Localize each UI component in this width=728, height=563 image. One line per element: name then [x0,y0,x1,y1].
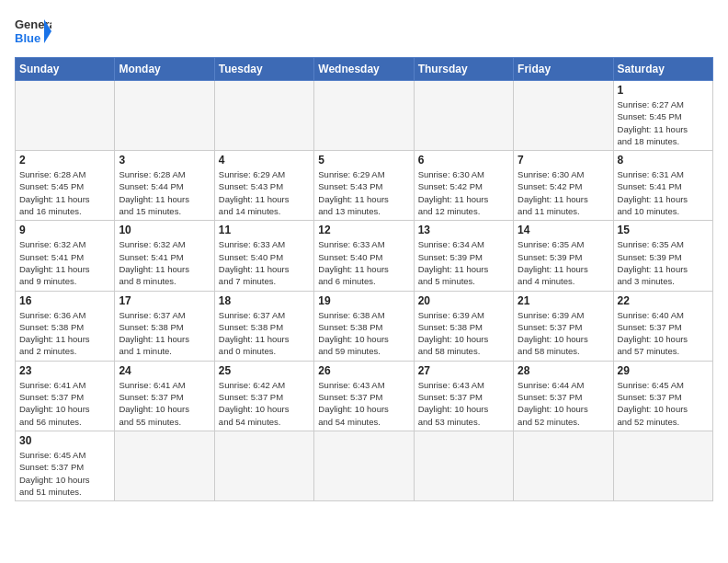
calendar-cell: 22Sunrise: 6:40 AM Sunset: 5:37 PM Dayli… [613,291,712,361]
day-number: 24 [119,364,210,377]
day-info: Sunrise: 6:43 AM Sunset: 5:37 PM Dayligh… [318,379,409,428]
day-info: Sunrise: 6:38 AM Sunset: 5:38 PM Dayligh… [318,309,409,358]
calendar-cell: 4Sunrise: 6:29 AM Sunset: 5:43 PM Daylig… [214,151,313,221]
day-number: 9 [19,224,110,236]
day-info: Sunrise: 6:44 AM Sunset: 5:37 PM Dayligh… [518,379,609,428]
day-info: Sunrise: 6:27 AM Sunset: 5:45 PM Dayligh… [618,98,709,147]
day-number: 22 [618,294,709,307]
calendar: SundayMondayTuesdayWednesdayThursdayFrid… [15,57,713,501]
calendar-cell [16,81,115,151]
day-number: 8 [618,154,709,167]
calendar-cell: 18Sunrise: 6:37 AM Sunset: 5:38 PM Dayli… [214,291,313,361]
day-info: Sunrise: 6:36 AM Sunset: 5:38 PM Dayligh… [19,309,110,358]
calendar-cell [214,81,313,151]
day-number: 11 [219,224,310,236]
calendar-cell: 11Sunrise: 6:33 AM Sunset: 5:40 PM Dayli… [214,221,313,291]
calendar-cell: 29Sunrise: 6:45 AM Sunset: 5:37 PM Dayli… [613,361,712,431]
day-info: Sunrise: 6:37 AM Sunset: 5:38 PM Dayligh… [219,309,310,358]
calendar-cell: 24Sunrise: 6:41 AM Sunset: 5:37 PM Dayli… [115,361,214,431]
day-info: Sunrise: 6:35 AM Sunset: 5:39 PM Dayligh… [618,238,709,287]
calendar-cell [613,431,712,500]
logo: General Blue [15,15,51,48]
calendar-cell: 21Sunrise: 6:39 AM Sunset: 5:37 PM Dayli… [514,291,613,361]
calendar-cell: 8Sunrise: 6:31 AM Sunset: 5:41 PM Daylig… [613,151,712,221]
logo-icon: General Blue [15,15,51,48]
day-number: 5 [318,154,409,167]
calendar-cell [214,431,313,500]
calendar-cell: 27Sunrise: 6:43 AM Sunset: 5:37 PM Dayli… [414,361,513,431]
weekday-header-monday: Monday [115,58,214,81]
day-info: Sunrise: 6:42 AM Sunset: 5:37 PM Dayligh… [219,379,310,428]
calendar-cell: 7Sunrise: 6:30 AM Sunset: 5:42 PM Daylig… [514,151,613,221]
day-info: Sunrise: 6:29 AM Sunset: 5:43 PM Dayligh… [318,168,409,217]
week-row-4: 16Sunrise: 6:36 AM Sunset: 5:38 PM Dayli… [16,291,713,361]
day-number: 28 [518,364,609,377]
day-info: Sunrise: 6:28 AM Sunset: 5:44 PM Dayligh… [119,168,210,217]
day-number: 17 [119,294,210,307]
calendar-cell: 30Sunrise: 6:45 AM Sunset: 5:37 PM Dayli… [16,431,115,500]
calendar-cell [514,81,613,151]
day-info: Sunrise: 6:33 AM Sunset: 5:40 PM Dayligh… [318,238,409,287]
day-number: 13 [418,224,509,236]
calendar-cell [414,81,513,151]
day-number: 10 [119,224,210,236]
calendar-cell [314,431,414,500]
calendar-cell: 6Sunrise: 6:30 AM Sunset: 5:42 PM Daylig… [414,151,513,221]
day-number: 7 [518,154,609,167]
day-info: Sunrise: 6:41 AM Sunset: 5:37 PM Dayligh… [119,379,210,428]
calendar-cell [115,431,214,500]
day-info: Sunrise: 6:31 AM Sunset: 5:41 PM Dayligh… [618,168,709,217]
day-info: Sunrise: 6:39 AM Sunset: 5:37 PM Dayligh… [518,309,609,358]
day-number: 25 [219,364,310,377]
calendar-cell: 15Sunrise: 6:35 AM Sunset: 5:39 PM Dayli… [613,221,712,291]
day-info: Sunrise: 6:45 AM Sunset: 5:37 PM Dayligh… [19,449,110,498]
weekday-header-row: SundayMondayTuesdayWednesdayThursdayFrid… [16,58,713,81]
calendar-cell: 14Sunrise: 6:35 AM Sunset: 5:39 PM Dayli… [514,221,613,291]
day-number: 23 [19,364,110,377]
day-number: 21 [518,294,609,307]
week-row-5: 23Sunrise: 6:41 AM Sunset: 5:37 PM Dayli… [16,361,713,431]
day-number: 19 [318,294,409,307]
calendar-cell [115,81,214,151]
week-row-1: 1Sunrise: 6:27 AM Sunset: 5:45 PM Daylig… [16,81,713,151]
day-info: Sunrise: 6:43 AM Sunset: 5:37 PM Dayligh… [418,379,509,428]
weekday-header-saturday: Saturday [613,58,712,81]
day-number: 2 [19,154,110,167]
day-number: 12 [318,224,409,236]
calendar-cell: 2Sunrise: 6:28 AM Sunset: 5:45 PM Daylig… [16,151,115,221]
calendar-cell: 12Sunrise: 6:33 AM Sunset: 5:40 PM Dayli… [314,221,414,291]
calendar-cell: 25Sunrise: 6:42 AM Sunset: 5:37 PM Dayli… [214,361,313,431]
day-info: Sunrise: 6:37 AM Sunset: 5:38 PM Dayligh… [119,309,210,358]
day-number: 29 [618,364,709,377]
day-info: Sunrise: 6:32 AM Sunset: 5:41 PM Dayligh… [19,238,110,287]
day-info: Sunrise: 6:41 AM Sunset: 5:37 PM Dayligh… [19,379,110,428]
day-info: Sunrise: 6:30 AM Sunset: 5:42 PM Dayligh… [518,168,609,217]
day-info: Sunrise: 6:45 AM Sunset: 5:37 PM Dayligh… [618,379,709,428]
weekday-header-friday: Friday [514,58,613,81]
weekday-header-sunday: Sunday [16,58,115,81]
week-row-6: 30Sunrise: 6:45 AM Sunset: 5:37 PM Dayli… [16,431,713,500]
svg-text:Blue: Blue [15,31,40,45]
day-info: Sunrise: 6:33 AM Sunset: 5:40 PM Dayligh… [219,238,310,287]
day-number: 15 [618,224,709,236]
day-info: Sunrise: 6:32 AM Sunset: 5:41 PM Dayligh… [119,238,210,287]
calendar-cell [414,431,513,500]
day-number: 20 [418,294,509,307]
day-info: Sunrise: 6:40 AM Sunset: 5:37 PM Dayligh… [618,309,709,358]
calendar-cell: 17Sunrise: 6:37 AM Sunset: 5:38 PM Dayli… [115,291,214,361]
day-info: Sunrise: 6:34 AM Sunset: 5:39 PM Dayligh… [418,238,509,287]
calendar-cell: 16Sunrise: 6:36 AM Sunset: 5:38 PM Dayli… [16,291,115,361]
calendar-cell: 10Sunrise: 6:32 AM Sunset: 5:41 PM Dayli… [115,221,214,291]
weekday-header-thursday: Thursday [414,58,513,81]
week-row-3: 9Sunrise: 6:32 AM Sunset: 5:41 PM Daylig… [16,221,713,291]
day-number: 16 [19,294,110,307]
day-number: 6 [418,154,509,167]
calendar-cell [514,431,613,500]
day-number: 3 [119,154,210,167]
calendar-cell: 28Sunrise: 6:44 AM Sunset: 5:37 PM Dayli… [514,361,613,431]
calendar-cell [314,81,414,151]
day-number: 18 [219,294,310,307]
day-number: 1 [618,84,709,97]
day-info: Sunrise: 6:30 AM Sunset: 5:42 PM Dayligh… [418,168,509,217]
day-info: Sunrise: 6:39 AM Sunset: 5:38 PM Dayligh… [418,309,509,358]
